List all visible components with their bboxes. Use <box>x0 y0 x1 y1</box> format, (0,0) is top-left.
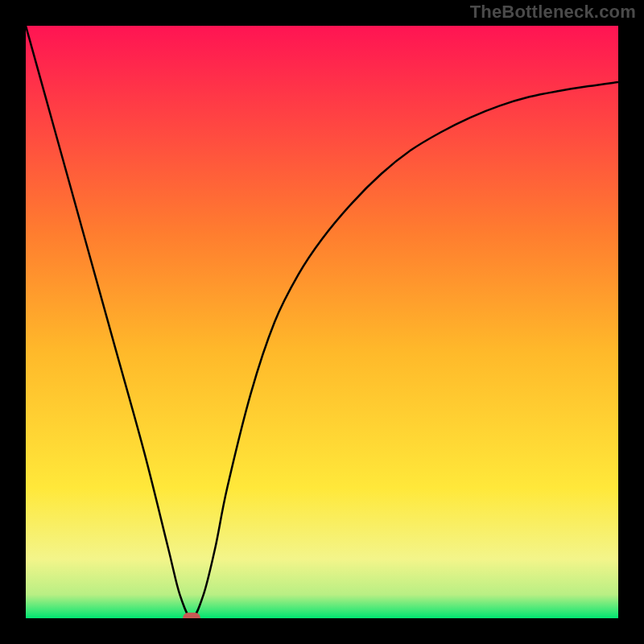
chart-frame: TheBottleneck.com <box>0 0 644 644</box>
gradient-rect <box>26 26 618 618</box>
watermark-text: TheBottleneck.com <box>470 2 636 23</box>
optimum-marker <box>183 613 200 618</box>
plot-area <box>26 26 618 618</box>
chart-svg <box>26 26 618 618</box>
